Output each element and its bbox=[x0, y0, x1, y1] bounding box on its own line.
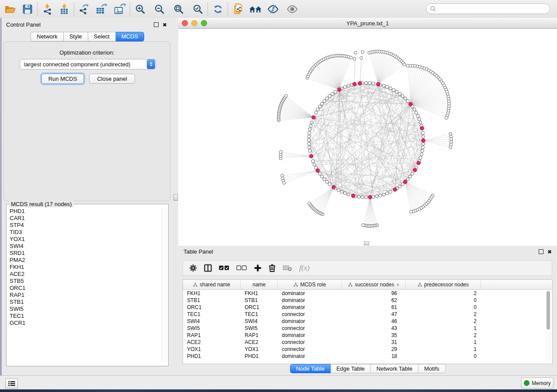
table-row[interactable]: ORC1ORC1dominator610 bbox=[183, 304, 552, 311]
table-row[interactable]: ACE2ACE2connector311 bbox=[183, 339, 552, 346]
task-history-button[interactable] bbox=[5, 378, 18, 389]
table-scrollbar-thumb[interactable] bbox=[547, 291, 550, 330]
show-graphics-details-icon[interactable] bbox=[286, 3, 299, 16]
search-input[interactable] bbox=[436, 5, 538, 12]
close-panel-icon[interactable]: ✖ bbox=[163, 23, 167, 27]
toggle-columns-icon[interactable] bbox=[204, 264, 212, 272]
export-image-icon[interactable] bbox=[114, 3, 127, 16]
settings-gear-icon[interactable] bbox=[189, 264, 197, 272]
table-cell: dominator bbox=[278, 290, 342, 296]
delete-table-icon bbox=[283, 265, 292, 272]
mcds-result-item[interactable]: FKH1 bbox=[7, 264, 161, 271]
criterion-dropdown[interactable]: largest connected component (undirected) bbox=[20, 59, 156, 69]
control-panel-tabs: Network Style Select MCDS bbox=[31, 32, 144, 41]
column-header-successor-nodes[interactable]: successor nodes ∨ bbox=[342, 280, 406, 289]
table-row[interactable]: SWI5SWI5connector431 bbox=[183, 325, 552, 332]
mcds-result-item[interactable]: GCR1 bbox=[7, 320, 161, 327]
table-scrollbar[interactable] bbox=[545, 290, 551, 362]
delete-column-icon[interactable] bbox=[269, 264, 276, 272]
import-table-icon[interactable] bbox=[58, 3, 71, 16]
mcds-result-item[interactable]: CAR1 bbox=[7, 215, 161, 222]
mcds-result-item[interactable]: PMA2 bbox=[7, 257, 161, 264]
deselect-all-checkboxes-icon[interactable] bbox=[236, 265, 247, 271]
select-all-checkboxes-icon[interactable] bbox=[219, 265, 229, 271]
mcds-result-item[interactable]: STB1 bbox=[7, 299, 161, 306]
table-row[interactable]: YOX1YOX1connector291 bbox=[183, 346, 552, 353]
save-session-icon[interactable] bbox=[21, 3, 34, 16]
mcds-result-item[interactable]: SWI4 bbox=[7, 243, 161, 250]
mcds-result-item[interactable]: RAP1 bbox=[7, 292, 161, 299]
node-table-header: shared name name MCDS role successor nod… bbox=[183, 280, 552, 290]
tab-motifs[interactable]: Motifs bbox=[419, 364, 446, 373]
column-header-name[interactable]: name bbox=[241, 280, 278, 289]
table-panel-tabs: Node Table Edge Table Network Table Moti… bbox=[290, 364, 445, 373]
float-panel-icon[interactable] bbox=[539, 249, 543, 254]
mcds-result-item[interactable]: PHD1 bbox=[7, 208, 161, 215]
mcds-result-item[interactable]: SWI5 bbox=[7, 306, 161, 313]
table-cell: YOX1 bbox=[183, 346, 241, 352]
close-panel-button[interactable]: Close panel bbox=[89, 74, 135, 84]
horizontal-splitter-handle[interactable] bbox=[364, 241, 369, 245]
dropdown-stepper-icon bbox=[147, 59, 155, 69]
mcds-result-item[interactable]: STB5 bbox=[7, 278, 161, 285]
status-bar: Memory bbox=[0, 375, 557, 389]
search-field[interactable] bbox=[426, 3, 550, 14]
tab-network[interactable]: Network bbox=[31, 32, 64, 41]
table-row[interactable]: RAP1RAP1dominator352 bbox=[183, 332, 552, 339]
refresh-icon[interactable] bbox=[211, 3, 225, 16]
import-network-icon[interactable] bbox=[41, 3, 54, 16]
mcds-result-list[interactable]: PHD1CAR1STP4TID3YOX1SWI4SRD1PMA2FKH1ACE2… bbox=[7, 208, 161, 362]
shared-column-icon bbox=[294, 282, 298, 287]
zoom-out-icon[interactable] bbox=[153, 3, 166, 16]
mcds-result-item[interactable]: STP4 bbox=[7, 222, 161, 229]
tab-mcds[interactable]: MCDS bbox=[116, 32, 144, 41]
table-cell: dominator bbox=[278, 332, 342, 338]
mcds-result-item[interactable]: TID3 bbox=[7, 229, 161, 236]
table-cell: SWI4 bbox=[183, 318, 241, 324]
column-header-mcds-role[interactable]: MCDS role bbox=[278, 280, 342, 289]
table-cell: SWI5 bbox=[241, 325, 278, 331]
mcds-result-item[interactable]: TEC1 bbox=[7, 313, 161, 320]
table-cell: 2 bbox=[406, 290, 481, 296]
column-header-shared-name[interactable]: shared name bbox=[183, 280, 241, 289]
open-session-icon[interactable] bbox=[3, 3, 17, 16]
tab-select[interactable]: Select bbox=[88, 32, 116, 41]
tab-node-table[interactable]: Node Table bbox=[290, 364, 331, 373]
tab-network-table[interactable]: Network Table bbox=[371, 364, 419, 373]
add-column-icon[interactable] bbox=[254, 264, 262, 272]
mcds-result-item[interactable]: SRD1 bbox=[7, 250, 161, 257]
mcds-result-item[interactable]: ORC1 bbox=[7, 285, 161, 292]
close-panel-icon[interactable]: ✖ bbox=[547, 250, 552, 254]
network-canvas[interactable] bbox=[178, 28, 557, 246]
zoom-selected-icon[interactable] bbox=[191, 3, 204, 16]
table-row[interactable]: STB1STB1dominator620 bbox=[183, 297, 552, 304]
float-panel-icon[interactable] bbox=[154, 22, 159, 27]
table-cell: connector bbox=[278, 325, 342, 331]
tab-edge-table[interactable]: Edge Table bbox=[331, 364, 371, 373]
memory-button[interactable]: Memory bbox=[521, 378, 554, 389]
hide-graphics-details-icon[interactable] bbox=[266, 3, 280, 16]
tab-style[interactable]: Style bbox=[64, 32, 88, 41]
zoom-fit-icon[interactable] bbox=[172, 3, 185, 16]
column-header-predecessor-nodes[interactable]: predecessor nodes bbox=[406, 280, 481, 289]
run-mcds-button[interactable]: Run MCDS bbox=[42, 74, 84, 84]
splitter-handle[interactable] bbox=[173, 194, 178, 201]
table-row[interactable]: TEC1TEC1connector472 bbox=[183, 311, 552, 318]
network-view-window: YPA_prune.txt_1 bbox=[178, 18, 557, 246]
mcds-list-scrollbar[interactable] bbox=[161, 208, 168, 362]
zoom-in-icon[interactable] bbox=[134, 3, 147, 16]
mcds-result-item[interactable]: YOX1 bbox=[7, 236, 161, 243]
export-network-icon[interactable] bbox=[78, 3, 91, 16]
copy-network-icon[interactable] bbox=[232, 3, 245, 16]
table-row[interactable]: FKH1FKH1dominator962 bbox=[183, 290, 552, 297]
desktop-wallpaper-bottom bbox=[0, 389, 557, 392]
sort-descending-icon: ∨ bbox=[396, 282, 399, 287]
mcds-result-item[interactable]: ACE2 bbox=[7, 271, 161, 278]
table-cell: FKH1 bbox=[241, 290, 278, 296]
table-row[interactable]: PHD1PHD1dominator180 bbox=[183, 353, 552, 360]
vertical-splitter[interactable] bbox=[173, 18, 179, 375]
network-manager-icon[interactable] bbox=[249, 3, 262, 16]
table-row[interactable]: SWI4SWI4dominator462 bbox=[183, 318, 552, 325]
network-window-titlebar[interactable]: YPA_prune.txt_1 bbox=[178, 18, 557, 29]
export-table-icon[interactable] bbox=[95, 3, 108, 16]
